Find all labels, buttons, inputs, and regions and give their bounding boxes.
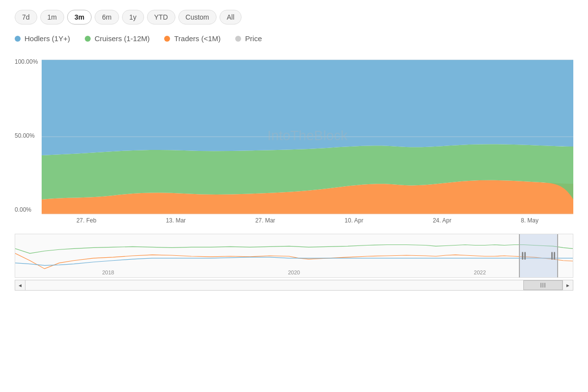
time-btn-6m[interactable]: 6m (95, 10, 119, 24)
scroll-left-arrow[interactable]: ◄ (15, 280, 25, 291)
time-range-selector: 7d1m3m6m1yYTDCustomAll (15, 10, 573, 24)
time-btn-custom[interactable]: Custom (178, 10, 217, 24)
mini-year-labels: 201820202022 (15, 270, 573, 275)
stacked-area-chart: 100.00%50.00%0.00% IntoTheBlock (15, 57, 573, 214)
mini-year-label: 2022 (474, 270, 486, 275)
handle-bar-3 (551, 252, 553, 260)
x-axis-label: 10. Apr (344, 217, 363, 224)
mini-chart-wrapper: 201820202022 ◄ ► (15, 234, 573, 291)
legend-label: Traders (<1M) (174, 34, 220, 43)
thumb-bar-2 (542, 283, 543, 288)
scroll-thumb[interactable] (523, 280, 563, 290)
handle-bar-4 (554, 252, 555, 260)
y-axis-label: 100.00% (15, 58, 38, 65)
x-axis-label: 24. Apr (433, 217, 451, 224)
main-chart-container: 100.00%50.00%0.00% IntoTheBlock 27. Feb1… (15, 57, 573, 224)
legend-dot (164, 36, 170, 42)
mini-year-label: 2020 (288, 270, 300, 275)
handle-bar-2 (524, 252, 526, 260)
legend-label: Price (245, 34, 262, 43)
legend-label: Cruisers (1-12M) (95, 34, 150, 43)
time-btn-7d[interactable]: 7d (15, 10, 37, 24)
scroll-thumb-bars (540, 283, 545, 288)
x-axis: 27. Feb13. Mar27. Mar10. Apr24. Apr8. Ma… (42, 217, 573, 224)
legend-dot (15, 36, 21, 42)
legend-label: Hodlers (1Y+) (24, 34, 70, 43)
time-btn-ytd[interactable]: YTD (147, 10, 175, 24)
mini-navigator[interactable] (519, 234, 558, 277)
legend-item-hodlers--1y--: Hodlers (1Y+) (15, 34, 70, 43)
legend-dot (235, 36, 241, 42)
scroll-bar: ◄ ► (15, 280, 573, 291)
y-axis-label: 0.00% (15, 206, 38, 213)
thumb-bar-1 (540, 283, 541, 288)
mini-year-label: 2018 (102, 270, 114, 275)
nav-handle-right[interactable] (551, 252, 555, 260)
chart-legend: Hodlers (1Y+) Cruisers (1-12M) Traders (… (15, 34, 573, 43)
scroll-track[interactable] (25, 280, 563, 291)
x-axis-label: 27. Feb (76, 217, 97, 224)
chart-svg-area: IntoTheBlock (42, 57, 573, 214)
time-btn-all[interactable]: All (220, 10, 242, 24)
time-btn-1m[interactable]: 1m (40, 10, 64, 24)
y-axis: 100.00%50.00%0.00% (15, 57, 38, 214)
time-btn-3m[interactable]: 3m (67, 10, 92, 24)
x-axis-label: 13. Mar (166, 217, 186, 224)
mini-chart[interactable]: 201820202022 (15, 234, 573, 278)
legend-item-traders---1m-: Traders (<1M) (164, 34, 220, 43)
x-axis-label: 8. May (521, 217, 539, 224)
legend-item-price: Price (235, 34, 262, 43)
nav-handle-left[interactable] (522, 252, 526, 260)
legend-dot (85, 36, 91, 42)
time-btn-1y[interactable]: 1y (122, 10, 144, 24)
handle-bar-1 (522, 252, 523, 260)
scroll-right-arrow[interactable]: ► (563, 280, 573, 291)
thumb-bar-3 (544, 283, 545, 288)
legend-item-cruisers--1-12m-: Cruisers (1-12M) (85, 34, 150, 43)
y-axis-label: 50.00% (15, 132, 38, 139)
x-axis-label: 27. Mar (255, 217, 275, 224)
